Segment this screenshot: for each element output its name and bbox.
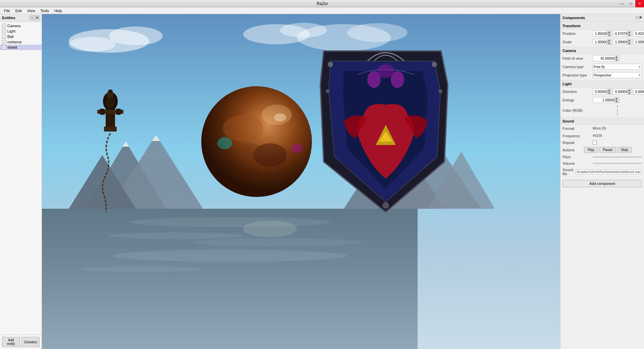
dir-y-value: 0.00000 <box>614 90 627 94</box>
sound-section-title: Sound <box>560 117 644 125</box>
svg-point-48 <box>326 89 330 93</box>
color-green-row <box>617 109 618 112</box>
color-blue-slider[interactable] <box>617 113 618 115</box>
maximize-button[interactable]: □ <box>627 0 635 7</box>
scale-x-up[interactable]: ▲ <box>607 39 611 42</box>
scale-y-down[interactable]: ▼ <box>627 42 631 45</box>
scale-y-up[interactable]: ▲ <box>627 39 631 42</box>
color-green-slider[interactable] <box>617 109 618 112</box>
entity-ball-checkbox[interactable] <box>2 35 6 39</box>
entity-shield[interactable]: shield <box>0 45 42 50</box>
sound-file-label: Sound file <box>562 168 575 176</box>
energy-input[interactable]: 1.00000 ▲▼ <box>593 97 620 103</box>
entity-cerberus[interactable]: cerberus <box>0 39 42 45</box>
menu-help[interactable]: Help <box>52 8 65 13</box>
camera-type-select[interactable]: Free fly ▼ <box>593 64 642 70</box>
unselect-button[interactable]: Unselect <box>21 337 40 347</box>
close-button[interactable]: ✕ <box>635 0 644 7</box>
pos-y-up[interactable]: ▲ <box>627 31 631 34</box>
pitch-label: Pitch <box>562 155 593 159</box>
position-y-input[interactable]: -0.57070 ▲▼ <box>613 31 632 37</box>
projection-type-select[interactable]: Perspective ▼ <box>593 72 642 78</box>
viewport[interactable] <box>42 14 560 349</box>
projection-type-selected: Perspective <box>594 73 611 77</box>
chevron-down-icon: ▼ <box>638 65 641 68</box>
entity-shield-label: shield <box>7 45 17 49</box>
entities-title: Entities <box>2 16 15 20</box>
entity-light[interactable]: Light <box>0 29 42 34</box>
entities-close-button[interactable]: ✕ <box>35 15 40 20</box>
dir-y-input[interactable]: 0.00000 ▲▼ <box>613 89 632 95</box>
scale-x-down[interactable]: ▼ <box>607 42 611 45</box>
dir-x-down[interactable]: ▼ <box>607 92 611 95</box>
entity-light-checkbox[interactable] <box>2 29 6 33</box>
fov-up[interactable]: ▲ <box>614 55 619 58</box>
direction-label: Direction <box>562 90 593 94</box>
position-z-input[interactable]: 5.45265 ▲▼ <box>633 31 644 37</box>
add-entity-button[interactable]: Add entity <box>2 337 20 347</box>
entities-restore-button[interactable]: □ <box>30 15 34 20</box>
scale-z-input[interactable]: 1.00000 ▲▼ <box>633 39 644 45</box>
volume-row: Volume <box>560 160 644 167</box>
energy-down[interactable]: ▼ <box>614 100 619 103</box>
frequency-text: 44100 <box>593 134 602 138</box>
stop-button[interactable]: Stop <box>618 147 632 153</box>
play-button[interactable]: Play <box>584 147 598 153</box>
dir-y-up[interactable]: ▲ <box>627 89 631 92</box>
color-red-slider[interactable] <box>617 105 618 108</box>
entities-panel: Entities □ ✕ Camera Light Ball cerberus <box>0 14 42 349</box>
scale-y-input[interactable]: 1.00000 ▲▼ <box>613 39 632 45</box>
format-text: Mono (8) <box>593 127 606 130</box>
menu-tools[interactable]: Tools <box>38 8 52 13</box>
entities-header: Entities □ ✕ <box>0 14 42 22</box>
volume-slider[interactable] <box>593 163 642 164</box>
dir-x-up[interactable]: ▲ <box>607 89 611 92</box>
menu-view[interactable]: View <box>24 8 38 13</box>
svg-point-21 <box>112 250 347 262</box>
energy-up[interactable]: ▲ <box>614 97 619 100</box>
components-header: Components □ ✕ <box>560 14 644 21</box>
pause-button[interactable]: Pause <box>599 147 616 153</box>
dir-y-down[interactable]: ▼ <box>627 92 631 95</box>
scale-value: 1.00000 ▲▼ 1.00000 ▲▼ 1.00000 ▲▼ <box>593 39 644 45</box>
svg-point-38 <box>291 144 303 153</box>
window-controls: — □ ✕ <box>618 0 644 7</box>
entity-camera[interactable]: Camera <box>0 23 42 29</box>
add-component-button[interactable]: Add component <box>562 180 642 187</box>
sound-file-value[interactable]: /Dropbox/GitHub/RaZ/assets/sounds/knock.… <box>575 169 642 174</box>
frequency-label: Frequency <box>562 134 593 138</box>
minimize-button[interactable]: — <box>618 0 627 7</box>
fov-input[interactable]: 45.00000 ▲▼ <box>593 55 620 61</box>
entity-shield-checkbox[interactable] <box>2 45 6 49</box>
menu-file[interactable]: File <box>1 8 13 13</box>
pos-x-down[interactable]: ▼ <box>607 34 611 37</box>
components-close-button[interactable]: ✕ <box>639 15 642 20</box>
format-label: Format <box>562 127 593 131</box>
scene-svg <box>42 14 560 349</box>
camera-type-value: Free fly ▼ <box>593 64 642 70</box>
pos-x-up[interactable]: ▲ <box>607 31 611 34</box>
position-x-input[interactable]: 1.85030 ▲▼ <box>593 31 612 37</box>
camera-type-selected: Free fly <box>594 65 605 69</box>
svg-rect-31 <box>100 109 105 115</box>
energy-row: Energy 1.00000 ▲▼ <box>560 96 644 104</box>
pos-y-down[interactable]: ▼ <box>627 34 631 37</box>
dir-z-value: 0.00000 <box>634 90 644 94</box>
entity-cerberus-checkbox[interactable] <box>2 40 6 44</box>
menu-edit[interactable]: Edit <box>13 8 24 13</box>
scale-x-input[interactable]: 1.00000 ▲▼ <box>593 39 612 45</box>
svg-point-34 <box>223 115 263 142</box>
dir-x-input[interactable]: 0.00000 ▲▼ <box>593 89 612 95</box>
color-value <box>593 105 642 115</box>
entity-ball[interactable]: Ball <box>0 34 42 39</box>
transform-section-title: Transform <box>560 22 644 30</box>
svg-point-18 <box>129 217 330 227</box>
pitch-slider[interactable] <box>593 156 642 158</box>
entity-camera-checkbox[interactable] <box>2 24 6 28</box>
components-restore-button[interactable]: □ <box>636 15 638 20</box>
fov-down[interactable]: ▼ <box>614 58 619 61</box>
repeat-checkbox[interactable] <box>593 141 597 145</box>
fov-value: 45.00000 ▲▼ <box>593 55 642 61</box>
components-header-buttons: □ ✕ <box>636 15 642 20</box>
dir-z-input[interactable]: 0.00000 ▲▼ <box>633 89 644 95</box>
